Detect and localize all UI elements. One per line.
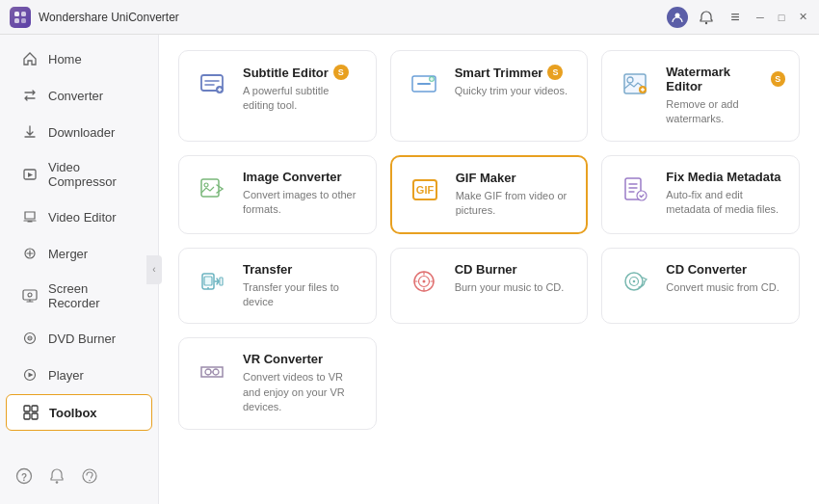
subtitle-editor-text: Subtitle EditorSA powerful subtitle edit… — [243, 65, 362, 114]
toolbox-icon — [22, 404, 40, 421]
sidebar-item-merger-label: Merger — [48, 247, 88, 261]
user-avatar-icon[interactable] — [667, 7, 688, 28]
image-converter-title: Image Converter — [243, 170, 362, 184]
tool-card-watermark-editor[interactable]: Watermark EditorSRemove or add watermark… — [601, 50, 800, 142]
sidebar-item-dvd-burner[interactable]: DVD Burner — [6, 321, 152, 356]
watermark-editor-desc: Remove or add watermarks. — [666, 97, 785, 127]
sidebar-item-screen-recorder-label: Screen Recorder — [48, 281, 137, 310]
svg-point-46 — [205, 369, 211, 375]
sidebar-item-home[interactable]: Home — [6, 41, 152, 76]
tool-card-cd-converter[interactable]: CD ConverterConvert music from CD. — [601, 248, 800, 325]
subtitle-editor-desc: A powerful subtitle editing tool. — [243, 84, 362, 114]
maximize-button[interactable]: □ — [775, 11, 788, 24]
svg-point-42 — [422, 279, 425, 282]
sidebar-collapse-button[interactable]: ‹ — [146, 255, 162, 284]
svg-text:GIF: GIF — [415, 184, 434, 196]
help-icon[interactable]: ? — [15, 467, 33, 489]
tool-card-image-converter[interactable]: Image ConverterConvert images to other f… — [178, 155, 377, 234]
menu-icon[interactable]: ≡ — [725, 7, 746, 28]
fix-media-metadata-text: Fix Media MetadataAuto-fix and edit meta… — [666, 170, 785, 218]
watermark-editor-text: Watermark EditorSRemove or add watermark… — [666, 65, 785, 127]
svg-rect-0 — [14, 12, 19, 16]
sidebar-item-dvd-burner-label: DVD Burner — [48, 332, 116, 346]
fix-media-metadata-icon — [616, 170, 654, 208]
sidebar-bottom: ? — [0, 458, 158, 498]
sidebar-item-video-compressor-label: Video Compressor — [48, 160, 137, 189]
svg-point-20 — [56, 481, 59, 484]
transfer-title: Transfer — [243, 262, 362, 277]
sidebar-item-toolbox-label: Toolbox — [49, 406, 97, 420]
smart-trimmer-text: Smart TrimmerSQuicky trim your videos. — [455, 65, 568, 98]
player-icon — [21, 366, 39, 384]
close-button[interactable]: ✕ — [796, 11, 809, 24]
svg-point-9 — [28, 293, 32, 297]
sidebar-item-video-editor-label: Video Editor — [48, 210, 117, 225]
image-converter-text: Image ConverterConvert images to other f… — [243, 170, 362, 218]
app-title: Wondershare UniConverter — [39, 11, 667, 24]
cd-converter-desc: Convert music from CD. — [666, 280, 779, 295]
tool-card-cd-burner[interactable]: CD BurnerBurn your music to CD. — [390, 248, 589, 325]
smart-trimmer-badge: S — [547, 65, 563, 80]
svg-point-38 — [207, 287, 209, 289]
minimize-button[interactable]: ─ — [753, 11, 767, 24]
sidebar-item-video-editor[interactable]: Video Editor — [6, 199, 152, 234]
gif-maker-desc: Make GIF from video or pictures. — [456, 189, 573, 219]
transfer-desc: Transfer your files to device — [243, 280, 362, 310]
sidebar-item-toolbox[interactable]: Toolbox — [6, 394, 152, 431]
sidebar-item-screen-recorder[interactable]: Screen Recorder — [6, 273, 152, 319]
cd-burner-icon — [405, 262, 443, 301]
image-converter-icon — [193, 170, 231, 208]
sidebar-item-player-label: Player — [48, 368, 84, 383]
fix-media-metadata-desc: Auto-fix and edit metadata of media file… — [666, 188, 785, 218]
tool-card-fix-media-metadata[interactable]: Fix Media MetadataAuto-fix and edit meta… — [601, 155, 800, 234]
transfer-text: TransferTransfer your files to device — [243, 262, 362, 310]
gif-maker-icon: GIF — [406, 171, 444, 209]
content-area: Subtitle EditorSA powerful subtitle edit… — [159, 35, 819, 504]
sidebar-item-converter-label: Converter — [48, 89, 103, 103]
sidebar-item-player[interactable]: Player — [6, 358, 152, 392]
tool-card-vr-converter[interactable]: VR ConverterConvert videos to VR and enj… — [178, 337, 377, 429]
gif-maker-title: GIF Maker — [456, 171, 573, 185]
title-bar-controls: ≡ ─ □ ✕ — [667, 7, 809, 28]
app-logo — [10, 7, 31, 28]
svg-text:?: ? — [21, 472, 27, 483]
svg-point-47 — [213, 369, 219, 375]
bell-icon[interactable] — [48, 467, 66, 489]
fix-media-metadata-title: Fix Media Metadata — [666, 170, 785, 184]
vr-converter-desc: Convert videos to VR and enjoy on your V… — [243, 370, 362, 414]
feedback-icon[interactable] — [81, 467, 98, 489]
vr-converter-text: VR ConverterConvert videos to VR and enj… — [243, 352, 362, 414]
svg-point-22 — [89, 480, 91, 482]
watermark-editor-icon — [616, 65, 654, 103]
svg-rect-30 — [201, 179, 219, 197]
svg-point-35 — [637, 191, 647, 200]
sidebar-item-converter[interactable]: Converter — [6, 78, 152, 113]
sidebar-item-downloader[interactable]: Downloader — [6, 115, 152, 149]
tool-grid: Subtitle EditorSA powerful subtitle edit… — [178, 50, 800, 430]
tool-card-subtitle-editor[interactable]: Subtitle EditorSA powerful subtitle edit… — [178, 50, 377, 142]
tool-card-smart-trimmer[interactable]: Smart TrimmerSQuicky trim your videos. — [390, 50, 589, 142]
sidebar-item-home-label: Home — [48, 52, 82, 66]
converter-icon — [21, 87, 39, 104]
cd-burner-title: CD Burner — [455, 262, 565, 277]
svg-rect-1 — [21, 12, 26, 16]
watermark-editor-badge: S — [771, 71, 785, 87]
tool-card-gif-maker[interactable]: GIF GIF MakerMake GIF from video or pict… — [390, 155, 589, 234]
downloader-icon — [21, 123, 39, 141]
svg-point-5 — [705, 21, 707, 23]
home-icon — [21, 50, 39, 67]
sidebar-item-merger[interactable]: Merger — [6, 236, 152, 271]
tool-card-transfer[interactable]: TransferTransfer your files to device — [178, 248, 377, 325]
cd-converter-title: CD Converter — [666, 262, 779, 277]
sidebar: Home Converter Downloader — [0, 35, 159, 504]
vr-converter-title: VR Converter — [243, 352, 362, 366]
svg-rect-2 — [14, 18, 19, 23]
screen-recorder-icon — [21, 287, 39, 305]
watermark-editor-title: Watermark EditorS — [666, 65, 785, 93]
cd-converter-text: CD ConverterConvert music from CD. — [666, 262, 779, 295]
sidebar-item-video-compressor[interactable]: Video Compressor — [6, 151, 152, 198]
video-editor-icon — [21, 208, 39, 225]
subtitle-editor-title: Subtitle EditorS — [243, 65, 362, 80]
transfer-icon — [193, 262, 231, 301]
notification-icon[interactable] — [696, 7, 717, 28]
